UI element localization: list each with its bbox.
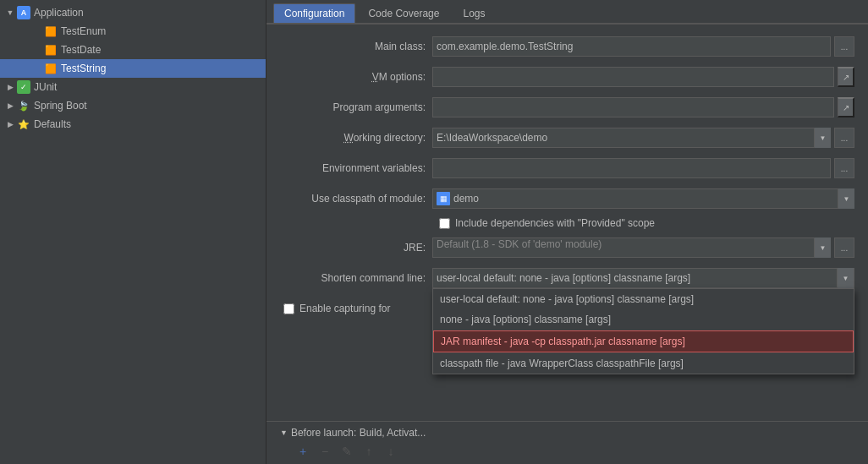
program-args-label: Program arguments: [280,101,432,113]
before-launch-section: ▼ Before launch: Build, Activat... + − ✎… [266,421,868,464]
main-panel: Configuration Code Coverage Logs Main cl… [266,0,868,464]
working-dir-row: Working directory: ▼ ... [280,126,854,150]
tab-logs[interactable]: Logs [452,3,496,23]
junit-icon: ✓ [17,80,30,94]
shorten-row: Shorten command line: user-local default… [280,266,854,290]
shorten-selected-value: user-local default: none - java [options… [433,272,837,284]
tab-configuration[interactable]: Configuration [273,3,355,23]
up-button[interactable]: ↑ [360,442,378,461]
shorten-dropdown-menu: user-local default: none - java [options… [432,288,854,374]
sidebar-item-springboot[interactable]: 🍃 Spring Boot [0,96,266,115]
application-icon: A [17,6,30,19]
sidebar-item-junit[interactable]: ✓ JUnit [0,78,266,96]
env-vars-row: Environment variables: ... [280,156,854,180]
vm-options-input[interactable] [432,67,834,87]
jre-input-wrap: Default (1.8 - SDK of 'demo' module) ▼ .… [432,237,854,258]
vm-options-input-wrap: ↗ [432,67,854,87]
classpath-module-name: demo [453,193,479,205]
down-button[interactable]: ↓ [382,442,400,461]
class-icon-testdate: 🟧 [44,43,58,57]
sidebar-label-junit: JUnit [34,81,57,93]
shorten-option-classpath-file[interactable]: classpath file - java WrapperClass class… [433,353,854,374]
tab-code-coverage[interactable]: Code Coverage [357,3,450,23]
main-class-row: Main class: ... [280,35,854,58]
main-class-label: Main class: [280,41,432,52]
class-icon-testenum: 🟧 [44,25,58,38]
working-dir-browse-button[interactable]: ... [834,128,854,148]
shorten-dropdown-trigger[interactable]: user-local default: none - java [options… [432,268,854,288]
classpath-label: Use classpath of module: [280,193,432,205]
sidebar-item-teststring[interactable]: 🟧 TestString [0,59,266,78]
tab-bar: Configuration Code Coverage Logs [266,0,868,25]
remove-button[interactable]: − [316,442,334,461]
shorten-dropdown-container: user-local default: none - java [options… [432,268,854,288]
defaults-icon: ⭐ [17,117,30,131]
vm-options-label: VM options: [280,71,432,83]
shorten-label: Shorten command line: [280,272,432,284]
sidebar-label-springboot: Spring Boot [34,100,87,112]
add-button[interactable]: + [294,442,312,461]
sidebar-item-defaults[interactable]: ⭐ Defaults [0,115,266,134]
sidebar-item-testdate[interactable]: 🟧 TestDate [0,41,266,59]
springboot-icon: 🍃 [17,99,30,112]
include-deps-label: Include dependencies with "Provided" sco… [455,217,655,229]
jre-label: JRE: [280,242,432,254]
enable-capturing-wrap: Enable capturing for [283,303,390,314]
env-vars-input[interactable] [432,158,831,178]
working-dir-select-wrap: ▼ [432,128,831,148]
shorten-input-wrap: user-local default: none - java [options… [432,268,854,288]
sidebar-label-testdate: TestDate [61,44,101,56]
sidebar: A Application 🟧 TestEnum 🟧 TestDate 🟧 Te… [0,0,266,464]
program-args-input-wrap: ↗ [432,97,854,117]
module-icon: ▦ [437,192,450,205]
program-args-row: Program arguments: ↗ [280,96,854,119]
jre-display[interactable]: Default (1.8 - SDK of 'demo' module) [432,237,831,258]
main-class-input-wrap: ... [432,36,854,57]
before-launch-header: ▼ Before launch: Build, Activat... [280,427,854,439]
working-dir-label-text: Working directory: [344,132,426,144]
tree-arrow-junit [3,83,17,91]
tree-arrow-application [3,8,17,17]
working-dir-input-wrap: ▼ ... [432,128,854,148]
sidebar-label-application: Application [34,7,84,19]
class-icon-teststring: 🟧 [44,62,58,75]
shorten-option-user-local[interactable]: user-local default: none - java [options… [433,289,854,309]
program-args-expand-button[interactable]: ↗ [838,97,854,117]
main-class-browse-button[interactable]: ... [834,36,854,57]
configuration-form: Main class: ... VM options: ↗ Program ar… [266,25,868,421]
sidebar-label-teststring: TestString [61,63,106,74]
working-dir-input[interactable] [432,128,831,148]
working-dir-label: Working directory: [280,132,432,144]
tree-arrow-defaults [3,120,17,128]
sidebar-label-defaults: Defaults [34,118,71,130]
program-args-input[interactable] [432,97,834,117]
include-deps-checkbox[interactable] [439,218,450,229]
env-vars-label: Environment variables: [280,162,432,174]
enable-capturing-label: Enable capturing for [299,303,390,314]
jre-select-wrap: Default (1.8 - SDK of 'demo' module) ▼ [432,237,831,258]
jre-browse-button[interactable]: ... [834,237,854,258]
classpath-row: Use classpath of module: ▦ demo ▼ [280,187,854,210]
jre-row: JRE: Default (1.8 - SDK of 'demo' module… [280,236,854,259]
include-deps-row: Include dependencies with "Provided" sco… [439,217,854,229]
jre-value: Default (1.8 - SDK of 'demo' module) [437,238,602,250]
enable-capturing-checkbox[interactable] [283,303,294,314]
sidebar-item-testenum[interactable]: 🟧 TestEnum [0,22,266,41]
before-launch-toolbar: + − ✎ ↑ ↓ [280,442,854,461]
before-launch-arrow: ▼ [280,429,288,437]
shorten-option-jar-manifest[interactable]: JAR manifest - java -cp classpath.jar cl… [433,330,854,352]
vm-options-row: VM options: ↗ [280,65,854,89]
classpath-select-wrap: ▦ demo ▼ [432,188,854,209]
classpath-module-display[interactable]: ▦ demo [432,188,854,209]
before-launch-label: Before launch: Build, Activat... [291,427,426,439]
shorten-option-none[interactable]: none - java [options] classname [args] [433,309,854,330]
main-class-input[interactable] [432,36,831,57]
env-vars-browse-button[interactable]: ... [834,158,854,178]
vm-options-expand-button[interactable]: ↗ [838,67,854,87]
sidebar-label-testenum: TestEnum [61,25,106,37]
tree-arrow-springboot [3,101,17,110]
edit-button[interactable]: ✎ [338,442,356,461]
env-vars-input-wrap: ... [432,158,854,178]
classpath-input-wrap: ▦ demo ▼ [432,188,854,209]
sidebar-item-application[interactable]: A Application [0,3,266,22]
